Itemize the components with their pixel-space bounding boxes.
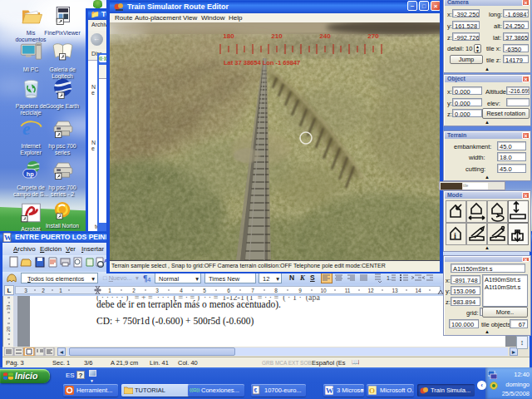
svg-text:6: 6 xyxy=(227,288,230,293)
svg-text:3: 3 xyxy=(24,288,27,293)
svg-text:3: 3 xyxy=(155,288,159,293)
svg-text:8: 8 xyxy=(274,288,278,293)
svg-text:180: 180 xyxy=(223,32,234,40)
svg-text:2: 2 xyxy=(132,288,135,293)
svg-text:270: 270 xyxy=(367,32,379,40)
svg-text:1: 1 xyxy=(59,288,62,293)
svg-text:210: 210 xyxy=(271,32,283,40)
svg-text:11: 11 xyxy=(345,288,351,293)
svg-text:240: 240 xyxy=(319,32,331,40)
svg-text:9: 9 xyxy=(298,288,302,293)
svg-text:O: O xyxy=(369,387,375,395)
svg-text:7: 7 xyxy=(251,288,254,293)
svg-text:1.: 1. xyxy=(387,275,392,281)
svg-text:20: 20 xyxy=(6,326,11,332)
svg-text:Lat 37 38654 Lon -1 69847: Lat 37 38654 Lon -1 69847 xyxy=(224,59,300,66)
svg-text:14: 14 xyxy=(415,288,421,293)
svg-text:hp: hp xyxy=(26,170,33,178)
svg-text:2: 2 xyxy=(42,288,45,293)
svg-text:5: 5 xyxy=(203,288,206,293)
svg-text:1: 1 xyxy=(108,288,111,293)
svg-text:4: 4 xyxy=(180,288,183,293)
svg-text:10: 10 xyxy=(320,288,327,293)
svg-text:12: 12 xyxy=(367,288,374,293)
svg-text:i: i xyxy=(454,231,456,240)
svg-text:19: 19 xyxy=(6,304,11,310)
svg-text:4: 4 xyxy=(147,276,151,283)
svg-text:W: W xyxy=(4,234,12,242)
svg-text:€: € xyxy=(254,387,258,393)
svg-text:W: W xyxy=(326,387,333,395)
svg-text:13: 13 xyxy=(392,288,398,293)
